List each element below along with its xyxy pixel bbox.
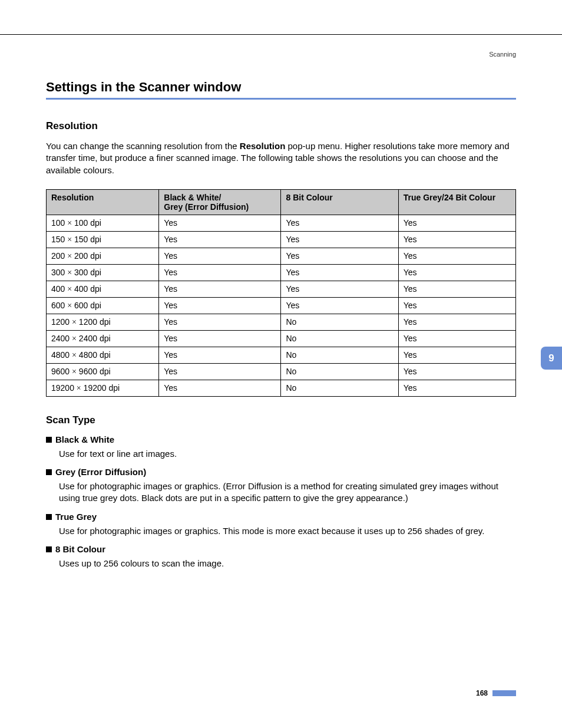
cell-resolution: 150 × 150 dpi (47, 231, 159, 248)
square-bullet-icon (46, 546, 52, 552)
cell-truegrey: Yes (398, 231, 515, 248)
cell-8bit: No (281, 347, 398, 363)
th-bw: Black & White/ Grey (Error Diffusion) (159, 189, 281, 215)
page-number: 168 (476, 689, 488, 697)
cell-8bit: Yes (281, 248, 398, 264)
cell-bw: Yes (159, 248, 281, 264)
text-bold: Resolution (240, 141, 286, 151)
cell-truegrey: Yes (398, 264, 515, 281)
scan-type-list: Black & White Use for text or line art i… (46, 434, 516, 569)
list-item: True Grey Use for photographic images or… (46, 512, 516, 537)
table-row: 600 × 600 dpiYesYesYes (47, 297, 516, 314)
cell-bw: Yes (159, 347, 281, 363)
top-rule (0, 34, 562, 35)
cell-resolution: 100 × 100 dpi (47, 215, 159, 231)
cell-bw: Yes (159, 363, 281, 380)
square-bullet-icon (46, 469, 52, 475)
cell-truegrey: Yes (398, 215, 515, 231)
table-row: 100 × 100 dpiYesYesYes (47, 215, 516, 231)
table-row: 300 × 300 dpiYesYesYes (47, 264, 516, 281)
text-fragment: You can change the scanning resolution f… (46, 141, 240, 151)
cell-truegrey: Yes (398, 363, 515, 380)
cell-8bit: No (281, 363, 398, 380)
cell-8bit: No (281, 330, 398, 347)
resolution-table: Resolution Black & White/ Grey (Error Di… (46, 189, 516, 397)
table-body: 100 × 100 dpiYesYesYes150 × 150 dpiYesYe… (47, 215, 516, 396)
cell-bw: Yes (159, 215, 281, 231)
main-heading: Settings in the Scanner window (46, 80, 516, 95)
list-title-text: Grey (Error Diffusion) (55, 467, 146, 477)
cell-resolution: 200 × 200 dpi (47, 248, 159, 264)
cell-truegrey: Yes (398, 314, 515, 330)
footer-bar (492, 690, 516, 696)
header-section-label: Scanning (489, 51, 516, 58)
square-bullet-icon (46, 437, 52, 443)
list-title-8bit: 8 Bit Colour (46, 544, 516, 554)
cell-bw: Yes (159, 314, 281, 330)
list-item: 8 Bit Colour Uses up to 256 colours to s… (46, 544, 516, 569)
cell-bw: Yes (159, 380, 281, 396)
cell-8bit: Yes (281, 215, 398, 231)
main-heading-rule (46, 98, 516, 100)
list-title-true: True Grey (46, 512, 516, 522)
cell-bw: Yes (159, 330, 281, 347)
table-row: 9600 × 9600 dpiYesNoYes (47, 363, 516, 380)
cell-8bit: Yes (281, 264, 398, 281)
cell-8bit: No (281, 380, 398, 396)
cell-bw: Yes (159, 264, 281, 281)
cell-8bit: Yes (281, 281, 398, 297)
list-item: Grey (Error Diffusion) Use for photograp… (46, 467, 516, 505)
th-bw-line1: Black & White/ (164, 193, 221, 202)
list-desc-true: Use for photographic images or graphics.… (59, 525, 516, 537)
cell-bw: Yes (159, 281, 281, 297)
cell-bw: Yes (159, 297, 281, 314)
th-8bit: 8 Bit Colour (281, 189, 398, 215)
cell-8bit: Yes (281, 297, 398, 314)
cell-resolution: 19200 × 19200 dpi (47, 380, 159, 396)
table-header-row: Resolution Black & White/ Grey (Error Di… (47, 189, 516, 215)
cell-resolution: 4800 × 4800 dpi (47, 347, 159, 363)
cell-truegrey: Yes (398, 281, 515, 297)
cell-truegrey: Yes (398, 347, 515, 363)
list-desc-8bit: Uses up to 256 colours to scan the image… (59, 558, 516, 569)
content-area: Settings in the Scanner window Resolutio… (46, 80, 516, 577)
table-row: 19200 × 19200 dpiYesNoYes (47, 380, 516, 396)
cell-resolution: 400 × 400 dpi (47, 281, 159, 297)
table-row: 400 × 400 dpiYesYesYes (47, 281, 516, 297)
cell-bw: Yes (159, 231, 281, 248)
table-row: 2400 × 2400 dpiYesNoYes (47, 330, 516, 347)
th-truegrey: True Grey/24 Bit Colour (398, 189, 515, 215)
cell-8bit: Yes (281, 231, 398, 248)
resolution-heading: Resolution (46, 120, 516, 132)
cell-resolution: 1200 × 1200 dpi (47, 314, 159, 330)
resolution-paragraph: You can change the scanning resolution f… (46, 140, 516, 176)
cell-resolution: 300 × 300 dpi (47, 264, 159, 281)
cell-resolution: 9600 × 9600 dpi (47, 363, 159, 380)
list-title-text: 8 Bit Colour (55, 544, 105, 554)
list-item: Black & White Use for text or line art i… (46, 434, 516, 460)
footer: 168 (476, 689, 516, 697)
list-title-bw: Black & White (46, 434, 516, 444)
table-row: 150 × 150 dpiYesYesYes (47, 231, 516, 248)
th-resolution: Resolution (47, 189, 159, 215)
scan-type-heading: Scan Type (46, 414, 516, 426)
cell-truegrey: Yes (398, 380, 515, 396)
cell-resolution: 600 × 600 dpi (47, 297, 159, 314)
chapter-tab: 9 (541, 347, 562, 370)
list-desc-grey: Use for photographic images or graphics.… (59, 480, 516, 505)
table-row: 1200 × 1200 dpiYesNoYes (47, 314, 516, 330)
list-title-text: Black & White (55, 434, 114, 444)
table-row: 4800 × 4800 dpiYesNoYes (47, 347, 516, 363)
list-title-text: True Grey (55, 512, 97, 522)
square-bullet-icon (46, 514, 52, 520)
list-desc-bw: Use for text or line art images. (59, 448, 516, 460)
list-title-grey: Grey (Error Diffusion) (46, 467, 516, 477)
table-row: 200 × 200 dpiYesYesYes (47, 248, 516, 264)
cell-truegrey: Yes (398, 248, 515, 264)
cell-8bit: No (281, 314, 398, 330)
th-bw-line2: Grey (Error Diffusion) (164, 202, 249, 212)
cell-truegrey: Yes (398, 297, 515, 314)
cell-truegrey: Yes (398, 330, 515, 347)
cell-resolution: 2400 × 2400 dpi (47, 330, 159, 347)
